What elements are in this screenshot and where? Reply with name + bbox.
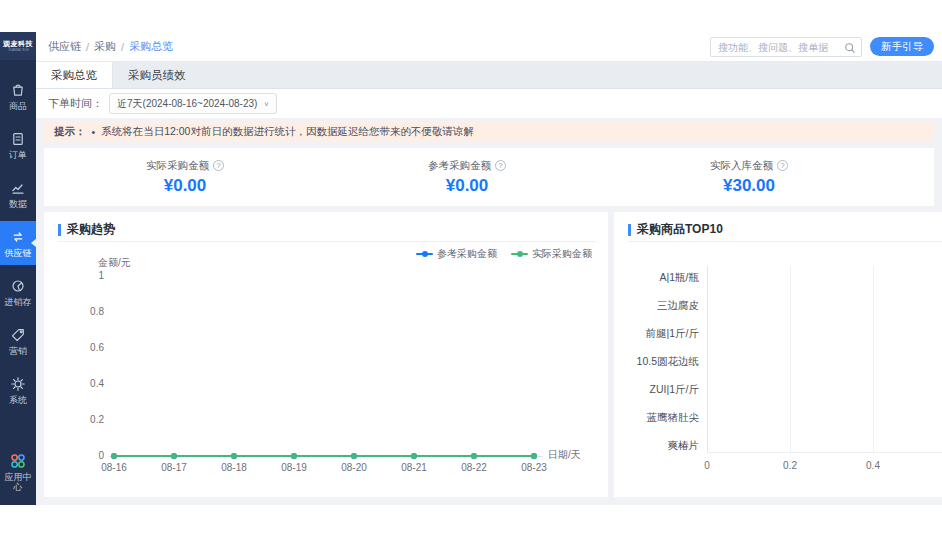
sidebar: 观麦科技 GUANMAI TECH 商品订单数据供应链进销存营销系统 应用中心 [0, 32, 36, 505]
sidebar-item-label: 订单 [1, 150, 35, 160]
app-center-icon [10, 453, 26, 469]
breadcrumb-item-供应链: 供应链 [48, 39, 81, 54]
data-point[interactable] [471, 453, 477, 459]
top10-title-text: 采购商品TOP10 [637, 221, 723, 238]
filter-row: 下单时间： 近7天(2024-08-16~2024-08-23) ∨ [36, 89, 942, 118]
breadcrumb-separator: / [86, 41, 89, 53]
data-point[interactable] [291, 453, 297, 459]
sidebar-item-商品[interactable]: 商品 [0, 74, 36, 118]
sidebar-item-供应链[interactable]: 供应链 [0, 221, 36, 265]
main-area: 供应链/采购/采购总览 新手引导 采购总览采购员绩效 下单时间： 近7天(202… [36, 32, 942, 505]
category-label: A|1瓶/瓶 [619, 271, 699, 285]
top10-products-card: 采购商品TOP10 00.20.4A|1瓶/瓶三边腐皮前腿|1斤/斤10.5圆花… [614, 212, 942, 497]
legend-marker [511, 251, 528, 257]
chart-legend: 参考采购金额实际采购金额 [416, 247, 592, 261]
sidebar-item-应用中心[interactable]: 应用中心 [1, 445, 35, 499]
top-bar: 供应链/采购/采购总览 新手引导 [36, 32, 942, 62]
beginner-guide-button[interactable]: 新手引导 [870, 37, 934, 56]
help-icon[interactable]: ? [777, 160, 788, 171]
metric-value: ¥0.00 [164, 176, 207, 196]
data-point[interactable] [171, 453, 177, 459]
data-point[interactable] [231, 453, 237, 459]
system-icon [10, 376, 26, 392]
metric-label: 实际采购金额 [146, 159, 209, 173]
notice-text: 系统将在当日12:00对前日的数据进行统计，因数据延迟给您带来的不便敬请谅解 [101, 125, 474, 139]
sidebar-item-订单[interactable]: 订单 [0, 123, 36, 167]
data-point[interactable] [111, 453, 117, 459]
inventory-icon [10, 278, 26, 294]
sidebar-menu: 商品订单数据供应链进销存营销系统 [0, 74, 36, 445]
supply-chain-icon [10, 229, 26, 245]
sidebar-item-营销[interactable]: 营销 [0, 319, 36, 363]
category-label: ZUI|1斤/斤 [619, 383, 699, 397]
help-icon[interactable]: ? [495, 160, 506, 171]
x-axis-tick: 08-20 [332, 462, 376, 473]
divider [628, 241, 942, 242]
app-frame: 观麦科技 GUANMAI TECH 商品订单数据供应链进销存营销系统 应用中心 … [0, 32, 942, 505]
logo-title: 观麦科技 [3, 40, 33, 48]
metric-value: ¥30.00 [723, 176, 775, 196]
title-accent-bar [628, 224, 631, 236]
divider [58, 241, 596, 242]
breadcrumb: 供应链/采购/采购总览 [48, 39, 173, 54]
tab-采购总览[interactable]: 采购总览 [36, 62, 113, 88]
gridline [707, 266, 708, 452]
category-label: 10.5圆花边纸 [619, 355, 699, 369]
legend-marker [416, 251, 433, 257]
sidebar-item-label: 应用中心 [1, 472, 35, 492]
help-icon[interactable]: ? [213, 160, 224, 171]
content-area: 提示： • 系统将在当日12:00对前日的数据进行统计，因数据延迟给您带来的不便… [36, 118, 942, 505]
active-indicator-arrow [31, 239, 36, 247]
search-box [710, 37, 862, 57]
x-axis-tick: 08-23 [512, 462, 556, 473]
sidebar-bottom: 应用中心 [1, 445, 35, 499]
sidebar-item-label: 供应链 [1, 248, 35, 258]
goods-icon [10, 82, 26, 98]
title-accent-bar [58, 224, 61, 236]
bullet-icon: • [92, 126, 96, 138]
data-point[interactable] [351, 453, 357, 459]
x-axis-tick: 08-21 [392, 462, 436, 473]
metric-实际入库金额: 实际入库金额?¥30.00 [608, 148, 890, 206]
top10-title: 采购商品TOP10 [628, 221, 723, 238]
x-axis-tick: 0 [692, 460, 722, 471]
metric-参考采购金额: 参考采购金额?¥0.00 [326, 148, 608, 206]
metrics-card: 实际采购金额?¥0.00参考采购金额?¥0.00实际入库金额?¥30.00 [44, 148, 934, 206]
x-axis-tick: 08-16 [92, 462, 136, 473]
purchase-trend-title-text: 采购趋势 [67, 221, 115, 238]
notice-bar: 提示： • 系统将在当日12:00对前日的数据进行统计，因数据延迟给您带来的不便… [44, 122, 934, 141]
category-label: 蓝鹰猪肚尖 [619, 411, 699, 425]
legend-item-参考采购金额[interactable]: 参考采购金额 [416, 247, 497, 261]
sidebar-item-label: 数据 [1, 199, 35, 209]
y-axis-tick: 0.4 [68, 378, 104, 389]
app-logo[interactable]: 观麦科技 GUANMAI TECH [0, 32, 36, 60]
y-axis-tick: 0.2 [68, 414, 104, 425]
sidebar-item-数据[interactable]: 数据 [0, 172, 36, 216]
legend-item-实际采购金额[interactable]: 实际采购金额 [511, 247, 592, 261]
date-range-select[interactable]: 近7天(2024-08-16~2024-08-23) ∨ [109, 93, 277, 114]
metric-label: 参考采购金额 [428, 159, 491, 173]
metric-label: 实际入库金额 [710, 159, 773, 173]
data-point[interactable] [531, 453, 537, 459]
sidebar-item-进销存[interactable]: 进销存 [0, 270, 36, 314]
sidebar-item-label: 进销存 [1, 297, 35, 307]
x-axis-tick: 08-17 [152, 462, 196, 473]
charts-row: 采购趋势 参考采购金额实际采购金额金额/元00.20.40.60.8108-16… [44, 212, 934, 497]
gridline [873, 266, 874, 452]
order-time-filter-label: 下单时间： [48, 96, 103, 111]
x-axis-line [707, 452, 942, 453]
chevron-down-icon: ∨ [263, 100, 269, 107]
legend-label: 参考采购金额 [437, 247, 497, 261]
breadcrumb-separator: / [121, 41, 124, 53]
sidebar-item-label: 商品 [1, 101, 35, 111]
category-label: 三边腐皮 [619, 299, 699, 313]
y-axis-tick: 0 [68, 450, 104, 461]
purchase-trend-card: 采购趋势 参考采购金额实际采购金额金额/元00.20.40.60.8108-16… [44, 212, 608, 497]
x-axis-tick: 08-22 [452, 462, 496, 473]
breadcrumb-item-采购总览[interactable]: 采购总览 [129, 39, 173, 54]
tab-采购员绩效[interactable]: 采购员绩效 [113, 62, 201, 88]
data-point[interactable] [411, 453, 417, 459]
search-input[interactable] [710, 37, 862, 57]
search-icon[interactable] [844, 40, 856, 52]
sidebar-item-系统[interactable]: 系统 [0, 368, 36, 412]
